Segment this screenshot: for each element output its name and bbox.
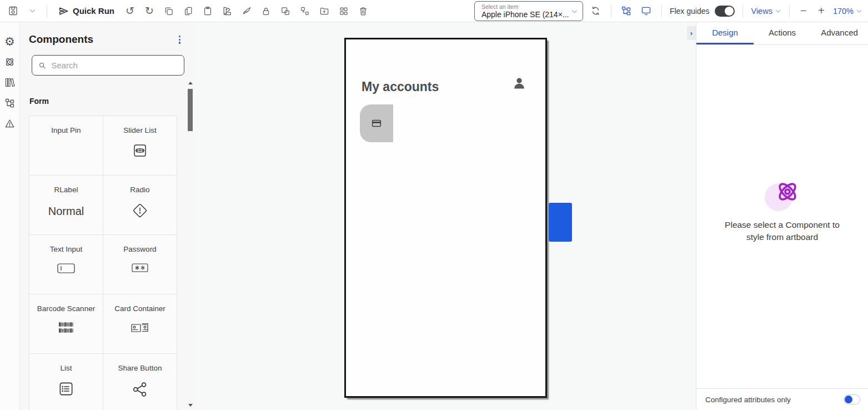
component-item-list[interactable]: List bbox=[29, 354, 103, 410]
save-options-button[interactable] bbox=[25, 4, 39, 18]
top-toolbar: Quick Run ↺ ↻ bbox=[0, 0, 868, 22]
component-item-slider-list[interactable]: Slider List bbox=[103, 116, 177, 176]
duplicate-button[interactable] bbox=[181, 4, 195, 18]
phone-artboard[interactable]: My accounts bbox=[344, 38, 547, 398]
canvas[interactable]: My accounts › bbox=[194, 22, 696, 410]
redo-button[interactable]: ↻ bbox=[142, 4, 157, 18]
sync-button[interactable] bbox=[589, 4, 603, 18]
paste-button[interactable] bbox=[200, 4, 215, 18]
component-label: Radio bbox=[130, 186, 149, 194]
components-search bbox=[32, 55, 184, 76]
dragged-component-rect[interactable] bbox=[549, 203, 572, 242]
duplicate-icon bbox=[183, 6, 194, 17]
components-panel-title: Components bbox=[29, 33, 93, 46]
properties-tabs: Design Actions Advanced bbox=[696, 22, 868, 45]
monitor-icon bbox=[640, 5, 652, 17]
components-atom-icon bbox=[4, 56, 16, 68]
scroll-down-arrow[interactable] bbox=[188, 404, 193, 407]
components-scrollbar[interactable] bbox=[187, 81, 194, 410]
chevron-down-icon bbox=[571, 8, 578, 15]
atom-icon bbox=[775, 179, 800, 204]
ungroup-button[interactable] bbox=[298, 4, 312, 18]
trash-icon bbox=[358, 6, 369, 17]
empty-state-message: Please select a Component to style from … bbox=[724, 219, 841, 243]
components-search-input[interactable] bbox=[51, 61, 178, 70]
rail-library-button[interactable] bbox=[3, 76, 17, 89]
undo-icon: ↺ bbox=[126, 6, 134, 16]
component-label: Slider List bbox=[123, 126, 156, 134]
scrollbar-thumb[interactable] bbox=[188, 89, 193, 131]
group-icon bbox=[280, 6, 291, 17]
empty-state: Please select a Component to style from … bbox=[696, 179, 868, 243]
tab-label: Design bbox=[712, 28, 738, 37]
rail-warnings-button[interactable] bbox=[3, 117, 17, 130]
tab-actions[interactable]: Actions bbox=[754, 22, 811, 44]
layout-button[interactable] bbox=[337, 4, 351, 18]
copy-icon bbox=[163, 6, 174, 17]
tab-label: Advanced bbox=[821, 28, 858, 37]
components-menu-button[interactable] bbox=[177, 33, 183, 46]
barcode-icon bbox=[56, 321, 76, 335]
device-selector[interactable]: Select an item Apple iPhone SE (214×... bbox=[474, 1, 583, 21]
panel-collapse-button[interactable]: › bbox=[687, 26, 696, 40]
copy-button[interactable] bbox=[162, 4, 176, 18]
run-icon bbox=[58, 6, 69, 17]
component-item-text-input[interactable]: Text Input bbox=[29, 235, 103, 294]
rail-components-button[interactable] bbox=[3, 55, 17, 68]
component-label: Card Container bbox=[114, 304, 165, 313]
warning-triangle-icon bbox=[4, 118, 16, 129]
toolbar-divider bbox=[661, 5, 662, 17]
chevron-down-icon bbox=[775, 8, 781, 14]
app-window: Quick Run ↺ ↻ bbox=[0, 0, 868, 410]
lock-button[interactable] bbox=[259, 4, 273, 18]
component-item-share-button[interactable]: Share Button bbox=[103, 354, 177, 410]
component-label: Password bbox=[123, 245, 156, 253]
delete-button[interactable] bbox=[356, 4, 370, 18]
flex-guides-toggle[interactable] bbox=[715, 6, 735, 17]
zoom-out-button[interactable]: − bbox=[797, 4, 810, 17]
component-label: RLabel bbox=[54, 186, 78, 194]
component-item-rlabel[interactable]: RLabel Normal bbox=[29, 176, 103, 235]
group-button[interactable] bbox=[278, 4, 293, 18]
tree-view-icon bbox=[620, 5, 632, 17]
theme-button[interactable] bbox=[220, 4, 234, 18]
component-item-card-container[interactable]: Card Container bbox=[103, 294, 177, 354]
views-dropdown[interactable]: Views bbox=[751, 7, 781, 16]
preview-monitor-button[interactable] bbox=[639, 4, 654, 18]
scroll-up-arrow[interactable] bbox=[188, 82, 193, 84]
add-folder-button[interactable] bbox=[317, 4, 332, 18]
component-item-password[interactable]: Password bbox=[103, 235, 177, 294]
tab-design[interactable]: Design bbox=[696, 22, 754, 44]
sync-icon bbox=[590, 5, 601, 17]
account-tile[interactable] bbox=[360, 104, 393, 142]
component-label: Input Pin bbox=[51, 126, 81, 134]
tab-advanced[interactable]: Advanced bbox=[811, 22, 868, 44]
zoom-level-dropdown[interactable]: 170% bbox=[833, 7, 862, 16]
list-icon bbox=[57, 380, 75, 398]
component-item-input-pin[interactable]: Input Pin bbox=[29, 116, 103, 176]
paste-icon bbox=[202, 6, 213, 17]
component-label: Text Input bbox=[50, 245, 83, 253]
radio-diamond-icon bbox=[131, 202, 149, 219]
artboard-screen-title[interactable]: My accounts bbox=[362, 79, 439, 94]
quick-run-label: Quick Run bbox=[73, 6, 114, 16]
quick-run-button[interactable]: Quick Run bbox=[54, 4, 118, 18]
lock-icon bbox=[260, 6, 272, 17]
undo-button[interactable]: ↺ bbox=[123, 4, 137, 18]
component-item-radio[interactable]: Radio bbox=[103, 176, 177, 235]
settings-icon: ⚙ bbox=[4, 36, 15, 47]
toolbar-divider bbox=[611, 5, 611, 17]
style-brush-button[interactable] bbox=[239, 4, 254, 18]
save-button[interactable] bbox=[6, 4, 20, 18]
device-selector-label: Select an item bbox=[481, 3, 569, 10]
rail-tree-button[interactable] bbox=[3, 96, 17, 109]
tab-label: Actions bbox=[769, 28, 796, 37]
component-item-barcode-scanner[interactable]: Barcode Scanner bbox=[29, 294, 103, 354]
share-nodes-icon bbox=[131, 380, 149, 399]
zoom-in-button[interactable]: + bbox=[815, 4, 827, 17]
layout-grid-icon bbox=[338, 6, 349, 17]
tree-view-button[interactable] bbox=[619, 4, 634, 18]
rail-settings-button[interactable]: ⚙ bbox=[3, 34, 17, 48]
configured-attributes-toggle[interactable] bbox=[844, 394, 860, 404]
person-icon[interactable] bbox=[511, 75, 528, 94]
